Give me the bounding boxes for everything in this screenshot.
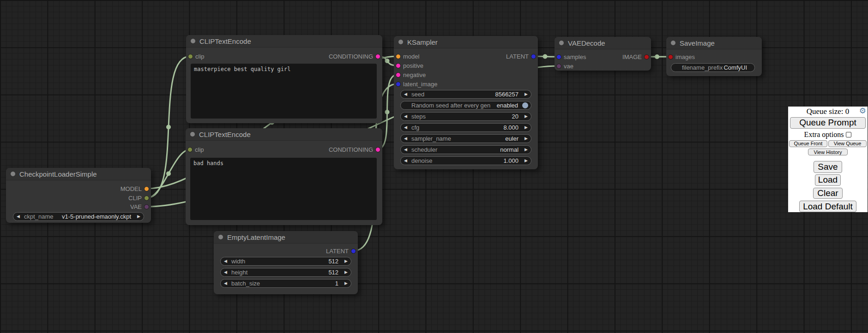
input-port-positive[interactable]: positive [396,62,423,69]
collapse-dot-icon[interactable] [190,132,195,137]
clear-button[interactable]: Clear [813,188,843,199]
port-dot-image[interactable] [644,54,649,59]
queue-front-button[interactable]: Queue Front [789,140,827,147]
output-port-vae[interactable]: VAE [130,203,149,210]
node-header[interactable]: CLIPTextEncode [186,35,382,48]
decrement-arrow-icon[interactable]: ◀ [404,114,407,119]
positive-prompt-textarea[interactable]: masterpiece best quality girl [191,64,377,119]
input-port-clip[interactable]: clip [188,53,205,60]
increment-arrow-icon[interactable]: ▶ [344,259,348,263]
widget-steps[interactable]: ◀ steps 20 ▶ [400,112,531,121]
port-dot-latent[interactable] [531,54,536,59]
load-button[interactable]: Load [815,174,841,186]
collapse-dot-icon[interactable] [671,41,675,45]
output-port-conditioning[interactable]: CONDITIONING [329,53,380,60]
collapse-dot-icon[interactable] [398,40,403,44]
port-dot-vae[interactable] [556,64,561,69]
node-vaedecode[interactable]: VAEDecode samples vae IMAGE [555,37,651,71]
node-header[interactable]: KSampler [394,36,538,48]
increment-arrow-icon[interactable]: ▶ [524,137,528,141]
input-port-clip[interactable]: clip [187,146,204,153]
port-dot-vae[interactable] [144,204,149,209]
increment-arrow-icon[interactable]: ▶ [524,92,528,96]
increment-arrow-icon[interactable]: ▶ [344,270,348,274]
widget-denoise[interactable]: ◀ denoise 1.000 ▶ [400,156,531,165]
port-dot-conditioning[interactable] [396,63,401,68]
increment-arrow-icon[interactable]: ▶ [524,159,528,163]
collapse-dot-icon[interactable] [218,235,223,239]
collapse-dot-icon[interactable] [191,39,195,43]
node-header[interactable]: CheckpointLoaderSimple [6,168,151,180]
decrement-arrow-icon[interactable]: ◀ [404,137,407,141]
port-dot-clip[interactable] [188,54,193,59]
collapse-dot-icon[interactable] [11,172,15,176]
output-port-latent[interactable]: LATENT [326,248,356,255]
port-dot-model[interactable] [396,54,401,59]
node-header[interactable]: SaveImage [666,37,762,49]
decrement-arrow-icon[interactable]: ◀ [224,281,227,285]
widget-sampler-name[interactable]: ◀ sampler_name euler ▶ [400,134,531,143]
node-cliptextencode-positive[interactable]: CLIPTextEncode clip CONDITIONING masterp… [186,35,382,123]
decrement-arrow-icon[interactable]: ◀ [17,214,20,219]
widget-filename-prefix[interactable]: filename_prefix ComfyUI [671,63,755,72]
increment-arrow-icon[interactable]: ▶ [137,214,140,219]
widget-width[interactable]: ◀ width 512 ▶ [220,257,351,266]
port-dot-conditioning[interactable] [375,54,380,59]
view-history-button[interactable]: View History [808,149,848,156]
widget-ckpt-name[interactable]: ◀ ckpt_name v1-5-pruned-emaonly.ckpt ▶ [13,212,144,221]
output-port-clip[interactable]: CLIP [128,195,149,202]
view-queue-button[interactable]: View Queue [828,140,867,147]
extra-options-checkbox[interactable] [846,132,851,137]
widget-seed[interactable]: ◀ seed 8566257 ▶ [400,90,531,99]
decrement-arrow-icon[interactable]: ◀ [404,159,407,163]
settings-gear-icon[interactable]: ⚙ [859,107,866,115]
input-port-vae[interactable]: vae [556,63,573,70]
port-dot-model[interactable] [144,186,149,191]
negative-prompt-textarea[interactable]: bad hands [190,158,377,220]
increment-arrow-icon[interactable]: ▶ [524,148,528,152]
save-button[interactable]: Save [814,161,842,173]
output-port-model[interactable]: MODEL [121,185,149,192]
decrement-arrow-icon[interactable]: ◀ [404,148,407,152]
input-port-latent-image[interactable]: latent_image [396,81,437,88]
decrement-arrow-icon[interactable]: ◀ [404,125,407,130]
node-header[interactable]: CLIPTextEncode [186,128,382,141]
port-dot-latent[interactable] [396,82,401,87]
port-dot-conditioning[interactable] [396,72,401,77]
increment-arrow-icon[interactable]: ▶ [524,125,528,130]
input-port-samples[interactable]: samples [556,54,586,60]
port-dot-clip[interactable] [187,147,193,152]
input-port-images[interactable]: images [668,54,695,60]
node-cliptextencode-negative[interactable]: CLIPTextEncode clip CONDITIONING bad han… [186,128,382,225]
widget-cfg[interactable]: ◀ cfg 8.000 ▶ [400,123,531,132]
increment-arrow-icon[interactable]: ▶ [344,281,348,285]
node-ksampler[interactable]: KSampler model positive negative latent_… [394,36,538,169]
decrement-arrow-icon[interactable]: ◀ [404,92,407,96]
increment-arrow-icon[interactable]: ▶ [524,114,528,119]
widget-batch-size[interactable]: ◀ batch_size 1 ▶ [220,279,351,288]
output-port-latent[interactable]: LATENT [506,53,536,60]
widget-random-seed-toggle[interactable]: Random seed after every gen enabled [400,101,531,110]
toggle-on-icon[interactable] [522,102,528,108]
input-port-model[interactable]: model [396,53,419,60]
queue-prompt-button[interactable]: Queue Prompt [790,117,866,129]
decrement-arrow-icon[interactable]: ◀ [224,259,227,263]
widget-scheduler[interactable]: ◀ scheduler normal ▶ [400,145,531,154]
port-dot-clip[interactable] [144,196,149,201]
node-header[interactable]: EmptyLatentImage [214,231,358,244]
output-port-image[interactable]: IMAGE [622,54,649,60]
output-port-conditioning[interactable]: CONDITIONING [329,146,380,153]
port-dot-image[interactable] [668,54,673,59]
port-dot-conditioning[interactable] [375,147,380,152]
node-header[interactable]: VAEDecode [555,37,651,49]
widget-height[interactable]: ◀ height 512 ▶ [220,268,351,277]
collapse-dot-icon[interactable] [559,41,564,45]
node-saveimage[interactable]: SaveImage images filename_prefix ComfyUI [666,37,762,76]
port-dot-latent[interactable] [351,249,356,254]
decrement-arrow-icon[interactable]: ◀ [224,270,227,274]
port-dot-latent[interactable] [556,54,561,59]
node-checkpointloadersimple[interactable]: CheckpointLoaderSimple MODEL CLIP VAE ◀ … [6,168,151,223]
node-emptylatentimage[interactable]: EmptyLatentImage LATENT ◀ width 512 ▶ ◀ … [214,231,358,294]
load-default-button[interactable]: Load Default [799,201,856,212]
input-port-negative[interactable]: negative [396,71,426,78]
